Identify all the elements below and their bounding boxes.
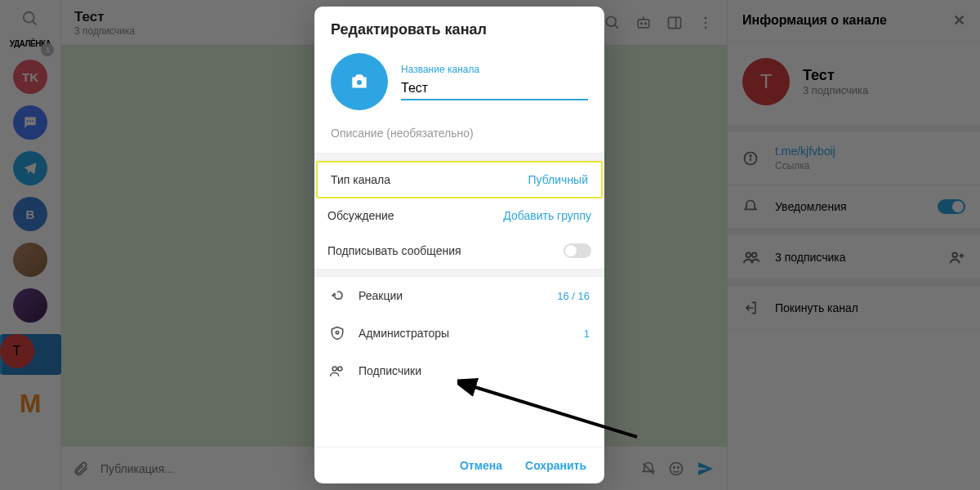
sign-messages-label: Подписывать сообщения [327, 244, 461, 257]
save-button[interactable]: Сохранить [525, 459, 586, 472]
svg-point-30 [332, 367, 336, 371]
channel-type-row[interactable]: Тип канала Публичный [316, 161, 603, 198]
members-modal-row[interactable]: Подписчики [314, 352, 604, 390]
reactions-icon [329, 287, 345, 304]
section-divider [314, 269, 604, 277]
cancel-button[interactable]: Отмена [460, 459, 502, 472]
reactions-row[interactable]: Реакции 16 / 16 [314, 277, 604, 314]
description-field[interactable]: Описание (необязательно) [314, 125, 604, 153]
admins-row[interactable]: Администраторы 1 [314, 314, 604, 352]
members-modal-label: Подписчики [359, 364, 421, 377]
members-icon [329, 363, 345, 379]
sign-messages-toggle[interactable] [564, 243, 591, 258]
sign-messages-row[interactable]: Подписывать сообщения [314, 233, 604, 269]
svg-point-29 [336, 332, 338, 334]
svg-point-28 [356, 79, 363, 86]
svg-point-31 [338, 367, 342, 371]
discussion-label: Обсуждение [327, 209, 394, 222]
edit-channel-modal: Редактировать канал Название канала Опис… [314, 7, 604, 483]
admins-label: Администраторы [359, 327, 449, 340]
section-divider [314, 153, 604, 161]
channel-type-value: Публичный [528, 173, 588, 186]
reactions-count: 16 / 16 [557, 290, 590, 302]
name-field-input[interactable] [401, 78, 588, 100]
reactions-label: Реакции [359, 289, 403, 302]
discussion-action: Добавить группу [503, 209, 591, 222]
name-field-label: Название канала [401, 64, 588, 75]
discussion-row[interactable]: Обсуждение Добавить группу [314, 198, 604, 233]
modal-title: Редактировать канал [314, 7, 604, 42]
shield-icon [329, 325, 345, 341]
admins-count: 1 [584, 327, 590, 340]
channel-type-label: Тип канала [331, 173, 390, 186]
channel-photo-button[interactable] [331, 53, 388, 110]
